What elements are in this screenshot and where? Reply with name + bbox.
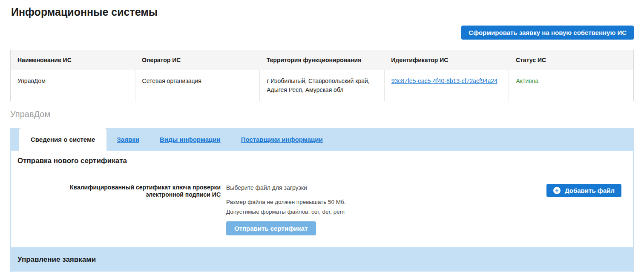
certificate-field-label: Квалифицированный сертификат ключа прове…: [62, 184, 221, 198]
cell-status: Активна: [509, 70, 634, 101]
systems-table-header: Наименование ИС Оператор ИС Территория ф…: [11, 50, 634, 70]
information-systems-page: Информационные системы Сформировать заяв…: [0, 6, 644, 272]
table-row[interactable]: УправДом Сетевая организация г Изобильны…: [11, 70, 634, 101]
column-header-name: Наименование ИС: [11, 50, 135, 70]
cell-operator: Сетевая организация: [135, 70, 260, 101]
add-file-button-label: Добавить файл: [565, 187, 615, 194]
send-certificate-button[interactable]: Отправить сертификат: [226, 221, 316, 235]
requests-management-title: Управление заявками: [17, 255, 96, 264]
certificate-upload-row: Квалифицированный сертификат ключа прове…: [11, 184, 633, 235]
system-detail-tabs: Сведения о системе Заявки Виды информаци…: [10, 128, 634, 272]
tab-information-types[interactable]: Виды информации: [160, 128, 221, 151]
plus-circle-icon: +: [553, 187, 561, 194]
system-info-panel: Отправка нового сертификата Квалифициров…: [10, 151, 634, 272]
identifier-link[interactable]: 93c87fe5-eac5-4f40-8b13-cf72acf94a24: [391, 77, 497, 84]
cell-territory: г Изобильный, Ставропольский край, Адыге…: [260, 70, 385, 101]
certificate-section-title: Отправка нового сертификата: [11, 151, 633, 165]
create-new-is-request-button[interactable]: Сформировать заявку на новую собственную…: [461, 26, 634, 40]
file-size-hint: Размер файла не должен превышать 50 Мб.: [226, 197, 409, 207]
file-formats-hint: Допустимые форматы файлов: cer, der, pem: [226, 207, 409, 217]
upload-column: Выберите файл для загрузки Размер файла …: [226, 184, 409, 235]
status-badge: Активна: [516, 77, 538, 84]
choose-file-hint: Выберите файл для загрузки: [226, 184, 409, 191]
column-header-status: Статус ИС: [509, 50, 634, 70]
systems-table: Наименование ИС Оператор ИС Территория ф…: [10, 50, 634, 101]
tab-system-info[interactable]: Сведения о системе: [19, 128, 106, 151]
add-file-button[interactable]: + Добавить файл: [546, 184, 621, 197]
cell-system-name: УправДом: [11, 70, 135, 101]
cell-identifier: 93c87fe5-eac5-4f40-8b13-cf72acf94a24: [384, 70, 509, 101]
selected-system-title: УправДом: [10, 109, 634, 119]
tab-information-providers[interactable]: Поставщики информации: [241, 128, 323, 151]
column-header-identifier: Идентификатор ИС: [384, 50, 509, 70]
column-header-operator: Оператор ИС: [135, 50, 260, 70]
tab-requests[interactable]: Заявки: [117, 128, 139, 151]
column-header-territory: Территория функционирования: [260, 50, 385, 70]
tab-bar: Сведения о системе Заявки Виды информаци…: [10, 128, 634, 151]
requests-management-section-bar: Управление заявками: [11, 247, 633, 272]
toolbar: Сформировать заявку на новую собственную…: [10, 26, 634, 40]
page-title: Информационные системы: [11, 6, 634, 18]
